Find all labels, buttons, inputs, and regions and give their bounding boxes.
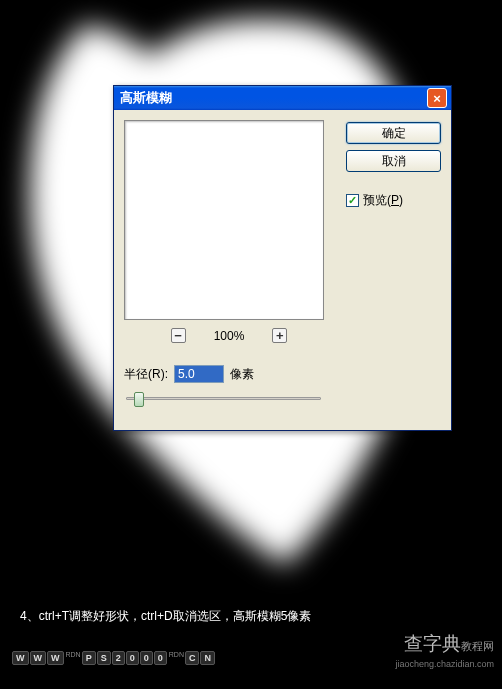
radius-label: 半径(R):: [124, 366, 168, 383]
badge-char: W: [47, 651, 64, 665]
close-icon: ×: [433, 92, 441, 105]
radius-unit: 像素: [230, 366, 254, 383]
radius-input[interactable]: [174, 365, 224, 383]
preview-label[interactable]: 预览(P): [363, 192, 403, 209]
plus-icon: +: [276, 329, 284, 342]
badge-char: 0: [126, 651, 139, 665]
badge-char: N: [200, 651, 215, 665]
title-bar[interactable]: 高斯模糊 ×: [114, 86, 451, 110]
badge-char: 0: [154, 651, 167, 665]
radius-row: 半径(R): 像素: [124, 365, 334, 383]
step-instruction: 4、ctrl+T调整好形状，ctrl+D取消选区，高斯模糊5像素: [20, 608, 311, 625]
right-panel: 确定 取消 ✓ 预览(P): [346, 120, 441, 409]
badge-char: 0: [140, 651, 153, 665]
ok-button[interactable]: 确定: [346, 122, 441, 144]
zoom-in-button[interactable]: +: [272, 328, 287, 343]
badge-char: P: [82, 651, 96, 665]
preview-checkbox-row: ✓ 预览(P): [346, 192, 441, 209]
gaussian-blur-dialog: 高斯模糊 × − 100% + 半径(R): 像素: [113, 85, 452, 431]
watermark-url: jiaocheng.chazidian.com: [395, 659, 494, 669]
zoom-controls: − 100% +: [124, 328, 334, 343]
badge-sub: RDN: [66, 651, 81, 665]
badge-char: W: [12, 651, 29, 665]
watermark-main-b: 教程网: [461, 640, 494, 652]
dialog-body: − 100% + 半径(R): 像素 确定 取消: [114, 110, 451, 419]
preview-area[interactable]: [124, 120, 324, 320]
slider-rail: [126, 397, 321, 400]
badge-char: W: [30, 651, 47, 665]
minus-icon: −: [174, 329, 182, 342]
badge-char: S: [97, 651, 111, 665]
slider-thumb[interactable]: [134, 392, 144, 407]
radius-slider[interactable]: [126, 389, 321, 409]
badge-char: 2: [112, 651, 125, 665]
left-panel: − 100% + 半径(R): 像素: [124, 120, 334, 409]
zoom-level: 100%: [214, 329, 245, 343]
zoom-out-button[interactable]: −: [171, 328, 186, 343]
site-badge: W W W RDN P S 2 0 0 0 RDN C N: [12, 651, 215, 665]
preview-checkbox[interactable]: ✓: [346, 194, 359, 207]
badge-sub: RDN: [169, 651, 184, 665]
dialog-title: 高斯模糊: [120, 89, 172, 107]
watermark: 查字典教程网 jiaocheng.chazidian.com: [395, 632, 494, 671]
close-button[interactable]: ×: [427, 88, 447, 108]
cancel-button[interactable]: 取消: [346, 150, 441, 172]
check-icon: ✓: [348, 195, 357, 206]
watermark-main-a: 查字典: [404, 633, 461, 654]
badge-char: C: [185, 651, 200, 665]
